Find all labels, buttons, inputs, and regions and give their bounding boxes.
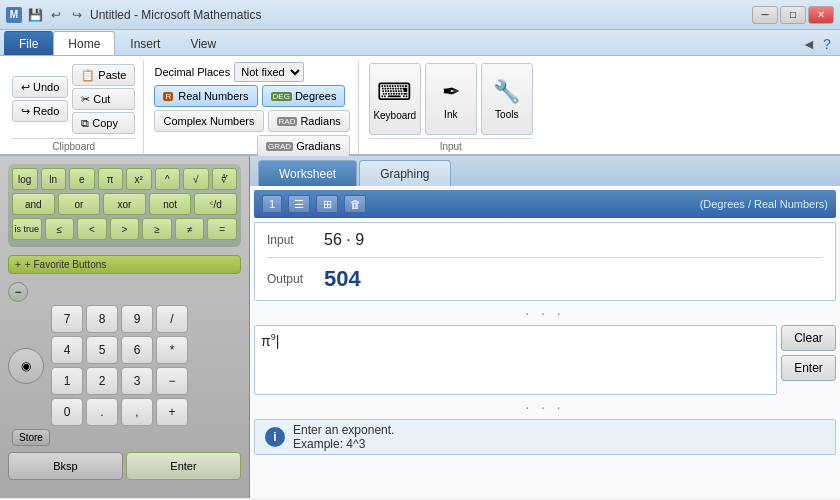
paste-button[interactable]: 📋 Paste — [72, 64, 135, 86]
tab-home[interactable]: Home — [53, 31, 115, 55]
back-nav-button[interactable]: ◄ — [800, 35, 818, 53]
complex-numbers-button[interactable]: Complex Numbers — [154, 110, 263, 132]
calc-2-button[interactable]: 2 — [86, 367, 118, 395]
tools-button[interactable]: 🔧 Tools — [481, 63, 533, 135]
tab-view[interactable]: View — [175, 31, 231, 55]
calc-1-button[interactable]: 1 — [51, 367, 83, 395]
calc-favorite-buttons[interactable]: + + Favorite Buttons — [8, 255, 241, 274]
clipboard-label: Clipboard — [12, 138, 135, 154]
calc-bksp-button[interactable]: Bksp — [8, 452, 123, 480]
calc-lte-button[interactable]: ≤ — [45, 218, 75, 240]
calc-pow-button[interactable]: ^ — [155, 168, 181, 190]
calc-xor-button[interactable]: xor — [103, 193, 146, 215]
calc-div-button[interactable]: / — [156, 305, 188, 333]
ink-button[interactable]: ✒ Ink — [425, 63, 477, 135]
calc-screen-area: log ln e π x² ^ √ ∜ and or xor not ᶜ/d i… — [8, 164, 241, 247]
calc-0-button[interactable]: 0 — [51, 398, 83, 426]
math-input-box[interactable]: π9| — [254, 325, 777, 395]
calc-eq-button[interactable]: = — [207, 218, 237, 240]
clear-button[interactable]: Clear — [781, 325, 836, 351]
calc-e-button[interactable]: e — [69, 168, 95, 190]
numbers-buttons: R Real Numbers DEG Degrees — [154, 85, 349, 107]
calc-dot-button[interactable]: . — [86, 398, 118, 426]
decimal-places-select[interactable]: Not fixed 0 2 4 — [234, 62, 304, 82]
close-button[interactable]: ✕ — [808, 6, 834, 24]
calc-negate-button[interactable]: − — [8, 282, 28, 302]
pen-icon: ✒ — [442, 79, 460, 105]
calc-5-button[interactable]: 5 — [86, 336, 118, 364]
calc-sqrt-button[interactable]: √ — [183, 168, 209, 190]
deg-badge: DEG — [271, 92, 292, 101]
radians-button[interactable]: RAD Radians — [268, 110, 350, 132]
calc-nav-button[interactable]: ◉ — [8, 348, 44, 384]
plus-icon: + — [15, 259, 21, 270]
ribbon-nav-icons: ◄ ? — [231, 35, 840, 55]
copy-button[interactable]: ⧉ Copy — [72, 112, 135, 134]
calc-4-button[interactable]: 4 — [51, 336, 83, 364]
window-title: Untitled - Microsoft Mathematics — [90, 8, 261, 22]
ribbon-group-clipboard: ↩ Undo ↪ Redo 📋 Paste ✂ Cut ⧉ — [4, 60, 144, 154]
calc-cd-button[interactable]: ᶜ/d — [194, 193, 237, 215]
worksheet-panel: Worksheet Graphing 1 ☰ ⊞ 🗑 (Degrees / Re… — [250, 156, 840, 498]
ws-item-number[interactable]: 1 — [262, 195, 282, 213]
numbers-stack: Decimal Places Not fixed 0 2 4 R Real Nu… — [154, 62, 349, 157]
calc-pi-button[interactable]: π — [98, 168, 124, 190]
calc-gte-button[interactable]: ≥ — [142, 218, 172, 240]
tab-graphing[interactable]: Graphing — [359, 160, 450, 186]
calc-istrue-button[interactable]: is true — [12, 218, 42, 240]
gradians-button[interactable]: GRAD Gradians — [257, 135, 350, 157]
ws-delete-icon[interactable]: 🗑 — [344, 195, 366, 213]
calc-4rt-button[interactable]: ∜ — [212, 168, 238, 190]
help-button[interactable]: ? — [818, 35, 836, 53]
tab-file[interactable]: File — [4, 31, 53, 55]
calc-ln-button[interactable]: ln — [41, 168, 67, 190]
maximize-button[interactable]: □ — [780, 6, 806, 24]
undo-quick-button[interactable]: ↩ — [47, 6, 65, 24]
calc-sub-button[interactable]: − — [156, 367, 188, 395]
output-row: Output 504 — [267, 266, 823, 292]
numbers-content: Decimal Places Not fixed 0 2 4 R Real Nu… — [154, 62, 349, 157]
help-bar: i Enter an exponent. Example: 4^3 — [254, 419, 836, 455]
input-btn-stack: Clear Enter — [781, 325, 836, 381]
input-box-content: π9| — [261, 332, 279, 349]
calc-and-button[interactable]: and — [12, 193, 55, 215]
tab-worksheet[interactable]: Worksheet — [258, 160, 357, 186]
calc-add-button[interactable]: + — [156, 398, 188, 426]
redo-button[interactable]: ↪ Redo — [12, 100, 68, 122]
degrees-button[interactable]: DEG Degrees — [262, 85, 346, 107]
input-label: Input — [369, 138, 533, 154]
calc-9-button[interactable]: 9 — [121, 305, 153, 333]
input-value: 56 · 9 — [324, 231, 364, 249]
calc-store-button[interactable]: Store — [12, 429, 50, 446]
calc-log-button[interactable]: log — [12, 168, 38, 190]
calc-mul-button[interactable]: * — [156, 336, 188, 364]
calc-or-button[interactable]: or — [58, 193, 101, 215]
calc-neq-button[interactable]: ≠ — [175, 218, 205, 240]
redo-quick-button[interactable]: ↪ — [68, 6, 86, 24]
real-numbers-button[interactable]: R Real Numbers — [154, 85, 257, 107]
app-icon: M — [6, 7, 22, 23]
ribbon-group-input: ⌨ Keyboard ✒ Ink 🔧 Tools Input — [361, 60, 541, 154]
ws-grid-icon[interactable]: ⊞ — [316, 195, 338, 213]
calc-3-button[interactable]: 3 — [121, 367, 153, 395]
save-button[interactable]: 💾 — [26, 6, 44, 24]
calc-6-button[interactable]: 6 — [121, 336, 153, 364]
ws-list-icon[interactable]: ☰ — [288, 195, 310, 213]
calc-enter-button[interactable]: Enter — [126, 452, 241, 480]
calc-lt-button[interactable]: < — [77, 218, 107, 240]
undo-button[interactable]: ↩ Undo — [12, 76, 68, 98]
cut-button[interactable]: ✂ Cut — [72, 88, 135, 110]
calc-8-button[interactable]: 8 — [86, 305, 118, 333]
worksheet-tabs: Worksheet Graphing — [250, 156, 840, 186]
enter-button[interactable]: Enter — [781, 355, 836, 381]
calc-row-nav: ◉ 7 8 9 / 4 5 6 * 1 — [8, 305, 241, 426]
calc-comma-button[interactable]: , — [121, 398, 153, 426]
calc-not-button[interactable]: not — [149, 193, 192, 215]
calc-sq-button[interactable]: x² — [126, 168, 152, 190]
ribbon: ↩ Undo ↪ Redo 📋 Paste ✂ Cut ⧉ — [0, 56, 840, 156]
calc-gt-button[interactable]: > — [110, 218, 140, 240]
tab-insert[interactable]: Insert — [115, 31, 175, 55]
minimize-button[interactable]: ─ — [752, 6, 778, 24]
calc-7-button[interactable]: 7 — [51, 305, 83, 333]
keyboard-button[interactable]: ⌨ Keyboard — [369, 63, 421, 135]
